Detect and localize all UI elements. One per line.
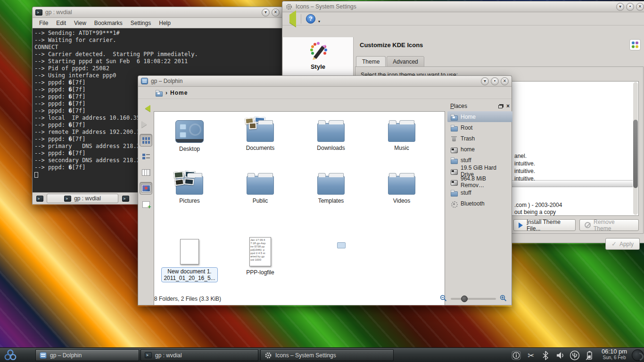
place-icon (450, 135, 458, 142)
terminal-cursor (34, 172, 38, 178)
folder-item[interactable]: Templates (296, 169, 366, 204)
sidebar-item-style[interactable]: Style (283, 37, 353, 70)
places-item[interactable]: Root (447, 122, 512, 133)
maximize-button[interactable]: • (491, 77, 499, 85)
menu-item[interactable]: View (74, 20, 86, 26)
minimize-button[interactable]: ▾ (481, 77, 489, 85)
terminal-icon (122, 196, 129, 202)
forward-button[interactable] (140, 118, 152, 131)
folder-item[interactable]: Documents (225, 116, 296, 151)
places-panel: Places × Home (447, 99, 512, 293)
places-item[interactable]: Home (447, 111, 512, 122)
terminal-icon (64, 196, 71, 202)
taskbar-item-dolphin[interactable]: gp – Dolphin (35, 349, 139, 361)
close-button[interactable]: × (636, 3, 644, 11)
details-view-button[interactable] (140, 150, 152, 163)
file-view[interactable]: Desktop Documents Downloads (154, 111, 445, 305)
maximize-button[interactable]: • (626, 3, 634, 11)
theme-list-line: anel. (514, 152, 535, 160)
places-item[interactable]: Bluetooth (447, 198, 512, 209)
close-button[interactable]: × (501, 77, 509, 85)
terminal-icon (36, 196, 43, 202)
usb-icon[interactable] (570, 350, 580, 361)
scrollbar-thumb[interactable] (633, 120, 638, 188)
list-scrollbar[interactable] (633, 82, 638, 215)
taskbar-item-terminal[interactable]: gp : wvdial (140, 349, 258, 361)
menu-item[interactable]: Settings (131, 20, 151, 26)
back-button[interactable] (285, 15, 296, 23)
tab-advanced[interactable]: Advanced (387, 56, 424, 67)
icons-view-button[interactable] (140, 134, 152, 147)
close-tab-button[interactable] (120, 194, 131, 203)
folder-item[interactable]: Pictures (154, 169, 225, 204)
tab-theme[interactable]: Theme (356, 56, 386, 67)
trisquel-logo-icon (4, 349, 17, 362)
breadcrumb-home[interactable]: Home (170, 90, 188, 96)
places-item[interactable]: 964.8 MiB Remov… (447, 176, 512, 187)
minimize-button[interactable]: ▾ (616, 3, 624, 11)
details-view-icon (142, 153, 150, 160)
chevron-down-icon[interactable]: ▾ (318, 19, 320, 25)
places-item[interactable]: stuff (447, 187, 512, 198)
folder-item[interactable]: Downloads (296, 116, 366, 151)
zoom-in-icon[interactable] (500, 295, 507, 304)
bluetooth-icon[interactable] (540, 350, 551, 361)
folder-icon (317, 123, 345, 142)
clock[interactable]: 06:10 pm Sun, 6 Feb (598, 348, 631, 362)
zoom-slider[interactable] (451, 298, 496, 300)
info-icon[interactable] (511, 350, 521, 361)
undock-panel-icon[interactable] (498, 105, 503, 108)
folder-item[interactable]: Videos (366, 169, 437, 204)
place-label: stuff (461, 189, 471, 196)
system-settings-titlebar[interactable]: Icons – System Settings ▾ • × (282, 1, 644, 12)
folder-item[interactable]: Music (366, 116, 437, 151)
system-settings-toolbar: ? ▾ (282, 12, 644, 25)
terminal-menubar: FileEditViewBookmarksSettingsHelp (33, 18, 282, 28)
folder-item[interactable]: Desktop (154, 116, 225, 152)
menu-item[interactable]: Edit (56, 20, 66, 26)
terminal-line: CONNECT (34, 44, 281, 51)
place-label: 964.8 MiB Remov… (461, 175, 511, 189)
terminal-window-title: gp : wvdial (45, 9, 72, 16)
menu-item[interactable]: Help (159, 20, 171, 26)
clipboard-scissors-icon[interactable]: ✂ (526, 350, 536, 361)
taskbar-item-system-settings[interactable]: Icons – System Settings (260, 349, 394, 361)
apply-button[interactable]: ✓ Apply (605, 238, 640, 250)
file-item-ppp-logfile[interactable]: Jan 17 09:4 7:18 gp-Asp ire-5738 pp pd[1… (225, 237, 296, 276)
terminal-titlebar[interactable]: gp : wvdial ▾ × (32, 7, 283, 18)
blank-document-icon (180, 239, 199, 264)
back-button[interactable] (140, 102, 152, 115)
app-launcher-button[interactable] (4, 349, 17, 362)
help-icon[interactable]: ? (306, 14, 315, 24)
volume-icon[interactable] (555, 350, 565, 361)
columns-view-button[interactable] (140, 166, 152, 179)
new-tab-button[interactable] (34, 194, 45, 203)
gear-icon (264, 352, 272, 359)
dolphin-app-icon (141, 78, 148, 84)
install-theme-button[interactable]: Install Theme File... (513, 219, 576, 231)
close-panel-icon[interactable]: × (506, 103, 510, 109)
terminal-tab[interactable]: gp : wvdial (47, 194, 118, 203)
home-folder-icon[interactable] (155, 90, 163, 96)
split-view-button[interactable] (140, 198, 152, 211)
places-item[interactable]: Trash (447, 133, 512, 144)
folder-item[interactable]: Public (225, 169, 296, 204)
file-item-new-document[interactable]: New document 1. 2011_01_20_16_5... (154, 239, 225, 282)
terminal-line: --> Starting pppd at Sun Feb 6 18:08:22 … (34, 58, 281, 65)
breadcrumb: › Home (138, 87, 512, 99)
minimize-button[interactable]: ▾ (262, 8, 270, 16)
system-tray: ✂ (511, 348, 594, 362)
places-panel-title: Places (450, 103, 467, 109)
place-icon (450, 200, 458, 207)
places-item[interactable]: home (447, 144, 512, 155)
remove-theme-button[interactable]: Remove Theme (579, 219, 639, 231)
zoom-out-icon[interactable] (440, 295, 447, 304)
menu-item[interactable]: File (39, 20, 48, 26)
panel-toolbox-cashew-icon[interactable] (632, 349, 644, 361)
preview-button[interactable] (140, 182, 152, 195)
battery-icon[interactable] (584, 350, 594, 361)
close-button[interactable]: × (272, 8, 280, 16)
dolphin-titlebar[interactable]: gp – Dolphin ▾ • × (138, 75, 512, 87)
menu-item[interactable]: Bookmarks (94, 20, 123, 26)
zoom-slider-knob[interactable] (461, 296, 468, 302)
